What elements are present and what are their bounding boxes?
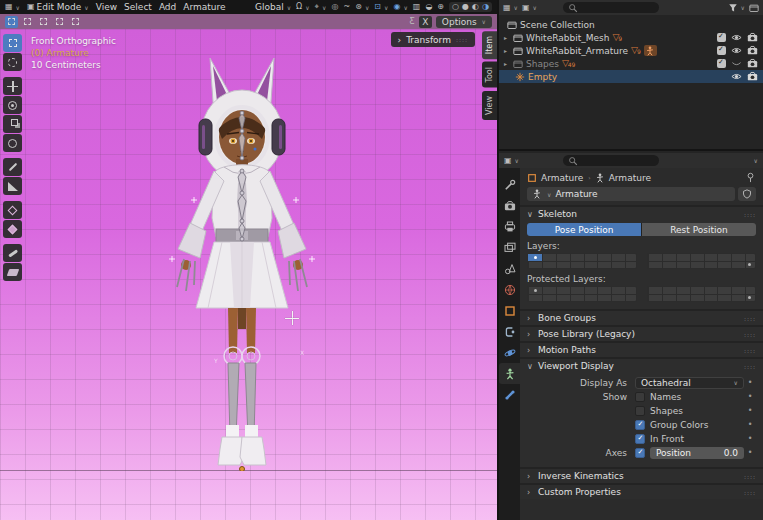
panel-motion-paths-header[interactable]: › Motion Paths :::: [520, 343, 763, 357]
outliner-row-whiterabbit-armature[interactable]: ▸ WhiteRabbit_Armature ▽9 [499, 44, 763, 57]
extrude-tool[interactable] [3, 201, 22, 219]
select-mode-new-button[interactable] [5, 16, 18, 28]
shading-solid-icon[interactable]: ● [462, 3, 469, 11]
eye-closed-icon[interactable] [731, 58, 742, 69]
panel-pose-library-header[interactable]: › Pose Library (Legacy) :::: [520, 327, 763, 341]
new-collection-button[interactable] [749, 3, 759, 13]
transform-tool[interactable] [3, 134, 22, 152]
protected-block-1[interactable] [527, 286, 637, 302]
active-tool-dropdown[interactable]: ⊡ ∨ [374, 3, 388, 11]
display-mode-dropdown[interactable]: ▣ ∨ [522, 4, 537, 12]
properties-editor-type-button[interactable]: ▣ ∨ [504, 157, 519, 165]
camera-render-icon[interactable] [747, 32, 758, 43]
overlays-icon[interactable]: ◒ [425, 3, 432, 11]
tab-render-properties[interactable] [499, 195, 520, 216]
select-mode-extend-button[interactable] [21, 16, 34, 28]
exclude-checkbox[interactable] [717, 59, 726, 68]
select-mode-intersect-button[interactable] [69, 16, 82, 28]
tab-view[interactable]: View [482, 91, 497, 120]
animate-dot[interactable]: • [744, 420, 756, 429]
names-checkbox[interactable] [635, 392, 645, 402]
camera-render-icon[interactable] [747, 58, 758, 69]
rotate-tool[interactable] [3, 96, 22, 114]
outliner-row-whiterabbit-mesh[interactable]: ▸ WhiteRabbit_Mesh ▽9 [499, 31, 763, 44]
display-as-dropdown[interactable]: Octahedral ∨ [635, 377, 744, 389]
tab-tool[interactable]: Tool [482, 62, 497, 88]
tab-tool-properties[interactable] [499, 174, 520, 195]
panel-custom-properties-header[interactable]: › Custom Properties :::: [520, 485, 763, 499]
snap-toggle[interactable]: Ω ∨ [296, 3, 310, 11]
pose-position-button[interactable]: Pose Position [527, 223, 641, 236]
outliner-row-empty[interactable]: Empty [499, 70, 763, 83]
tab-output-properties[interactable] [499, 216, 520, 237]
pin-icon[interactable] [745, 172, 756, 183]
eye-icon[interactable] [731, 32, 742, 43]
protected-block-2[interactable] [647, 286, 757, 302]
tab-item[interactable]: Item [482, 31, 497, 59]
axes-position-slider[interactable]: Position 0.0 [650, 447, 744, 459]
select-box-tool[interactable] [3, 34, 22, 52]
tab-bone-properties[interactable] [499, 384, 520, 405]
group-colors-checkbox[interactable] [635, 420, 645, 430]
annotate-tool[interactable] [3, 158, 22, 176]
transform-panel[interactable]: › Transform :::: [391, 32, 475, 47]
shading-wireframe-icon[interactable]: ○ [452, 3, 459, 11]
gizmos-icon[interactable]: ⊕ [437, 3, 444, 11]
measure-tool[interactable] [3, 177, 22, 195]
select-mode-invert-button[interactable] [53, 16, 66, 28]
exclude-checkbox[interactable] [717, 33, 726, 42]
exclude-checkbox[interactable] [717, 46, 726, 55]
outliner-search-input[interactable] [563, 2, 659, 13]
xray-toggle-icon[interactable]: ▥ [413, 3, 421, 11]
outliner-editor-type-button[interactable]: ▦ ∨ [503, 4, 518, 12]
mode-dropdown[interactable]: ▣ Edit Mode ∨ [27, 2, 89, 12]
expand-arrow-icon[interactable]: ▸ [504, 60, 510, 67]
character-model[interactable]: X Y [150, 53, 340, 471]
tab-object-properties[interactable] [499, 300, 520, 321]
animate-dot[interactable]: • [744, 392, 756, 401]
move-tool[interactable] [3, 77, 22, 95]
tab-scene-properties[interactable] [499, 258, 520, 279]
menu-view[interactable]: View [96, 2, 117, 12]
in-front-checkbox[interactable] [635, 434, 645, 444]
filter-dropdown[interactable]: ∨ [728, 3, 745, 13]
camera-render-icon[interactable] [747, 71, 758, 82]
panel-viewport-display-header[interactable]: ∨ Viewport Display :::: [520, 359, 763, 373]
expand-arrow-icon[interactable]: ▸ [504, 34, 510, 41]
pivot-point-dropdown[interactable]: ◉ ∨ [393, 3, 407, 11]
panel-skeleton-header[interactable]: ∨ Skeleton :::: [520, 207, 763, 221]
transform-orientation-dropdown[interactable]: Global ∨ [255, 2, 291, 12]
properties-search-input[interactable] [563, 155, 659, 166]
bone-envelope-tool[interactable] [3, 220, 22, 238]
mirror-x-toggle[interactable]: X [419, 16, 432, 28]
scale-tool[interactable] [3, 115, 22, 133]
layers-block-1[interactable] [527, 253, 637, 269]
cursor-tool[interactable] [3, 53, 22, 71]
panel-inverse-kinematics-header[interactable]: › Inverse Kinematics :::: [520, 469, 763, 483]
menu-armature[interactable]: Armature [183, 2, 225, 12]
eye-icon[interactable] [731, 45, 742, 56]
eye-icon[interactable] [731, 71, 742, 82]
menu-add[interactable]: Add [159, 2, 176, 12]
viewport-canvas[interactable]: X Y Front Or [0, 29, 497, 520]
tab-physics-properties[interactable] [499, 342, 520, 363]
animate-dot[interactable]: • [744, 406, 756, 415]
snap-target-dropdown[interactable]: ⌖ ∨ [315, 3, 327, 11]
snap-wand-dropdown[interactable]: ⊛ ∨ [355, 3, 369, 11]
layers-block-2[interactable] [647, 253, 757, 269]
proportional-editing-icon[interactable]: ◎ [332, 3, 339, 11]
options-dropdown[interactable]: Options ∨ [436, 16, 492, 28]
tab-constraint-properties[interactable] [499, 321, 520, 342]
editor-type-button[interactable]: ▦ ∨ [5, 3, 20, 11]
menu-select[interactable]: Select [124, 2, 152, 12]
shading-rendered-icon[interactable]: ◑ [482, 3, 489, 11]
animate-dot[interactable]: • [744, 434, 756, 443]
tab-object-data-properties[interactable] [499, 363, 520, 384]
camera-render-icon[interactable] [747, 45, 758, 56]
shapes-checkbox[interactable] [635, 406, 645, 416]
tab-view-layer-properties[interactable] [499, 237, 520, 258]
breadcrumb-data[interactable]: Armature [609, 173, 651, 183]
outliner-row-shapes[interactable]: ▸ Shapes ▽49 [499, 57, 763, 70]
animate-dot[interactable]: • [744, 378, 756, 387]
rest-position-button[interactable]: Rest Position [642, 223, 756, 236]
